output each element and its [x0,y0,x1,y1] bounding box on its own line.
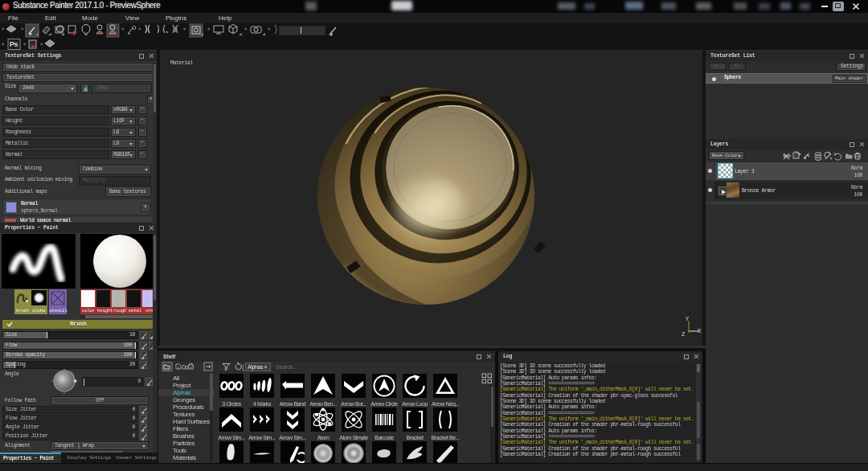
svg-text:Z: Z [682,331,685,338]
svg-text:Ps: Ps [10,40,18,48]
svg-text:X: X [698,328,702,334]
svg-text:(: ( [242,363,244,371]
